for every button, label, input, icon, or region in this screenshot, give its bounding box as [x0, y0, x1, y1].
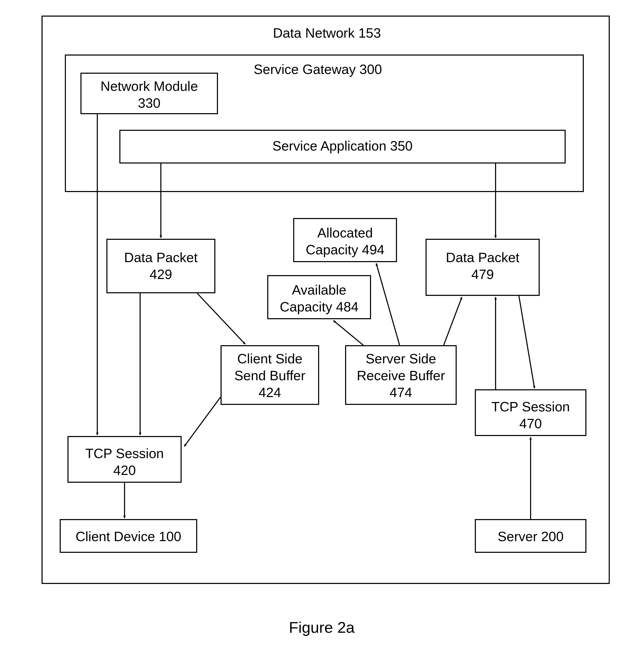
- server-receive-buffer-label: Server Side Receive Buffer 474: [345, 350, 457, 401]
- data-packet-479-label: Data Packet 479: [426, 249, 540, 283]
- client-device-label: Client Device 100: [60, 528, 197, 545]
- tcp-session-470-label: TCP Session 470: [475, 399, 586, 432]
- allocated-capacity-label: Allocated Capacity 494: [293, 225, 397, 258]
- service-gateway-label: Service Gateway 300: [233, 61, 402, 78]
- data-packet-429-label: Data Packet 429: [107, 249, 215, 283]
- data-network-label: Data Network 153: [249, 25, 405, 42]
- client-send-buffer-label: Client Side Send Buffer 424: [221, 350, 319, 401]
- available-capacity-label: Available Capacity 484: [267, 281, 371, 315]
- network-module-label: Network Module 330: [80, 78, 218, 112]
- figure-caption: Figure 2a: [257, 618, 387, 637]
- service-application-label: Service Application 350: [119, 138, 566, 154]
- server-label: Server 200: [475, 528, 586, 545]
- tcp-session-420-label: TCP Session 420: [67, 445, 182, 479]
- diagram-page: Data Network 153 Service Gateway 300 Net…: [0, 0, 644, 660]
